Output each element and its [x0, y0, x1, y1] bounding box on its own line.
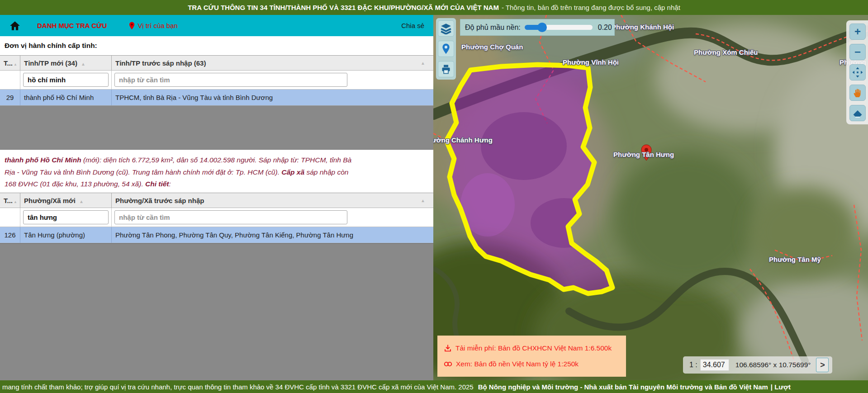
map-label-ward: Phường Tân Mỹ	[769, 256, 821, 263]
download-notice-box: Tải miễn phí: Bản đồ CHXHCN Việt Nam 1:6…	[437, 336, 626, 377]
opacity-slider-track[interactable]	[525, 25, 593, 30]
map-label-ward: Phường Vĩnh Hội	[563, 58, 619, 66]
province-new-filter-input[interactable]	[23, 73, 109, 87]
province-info-paragraph: thành phố Hồ Chí Minh (mới): diện tích 6…	[0, 150, 362, 193]
ward-filter-row	[0, 208, 433, 227]
nav-item-danh-muc-tra-cuu[interactable]: DANH MỤC TRA CỨU	[37, 22, 107, 29]
ward-row-old-names: Phường Tân Phong, Phường Tân Quy, Phường…	[112, 227, 433, 243]
province-filter-row	[0, 71, 433, 89]
sort-arrow-icon: ▲	[14, 200, 17, 204]
location-pin-icon	[441, 43, 451, 54]
ward-table: T...▲ Phường/Xã mới▲ Phường/Xã trước sáp…	[0, 193, 433, 243]
pan-button[interactable]	[849, 64, 866, 80]
info-province-name: thành phố Hồ Chí Minh	[5, 156, 81, 164]
province-row-new-name: thành phố Hồ Chí Minh	[20, 90, 112, 105]
pan-arrows-icon	[852, 67, 863, 78]
app-title: TRA CỨU THÔNG TIN 34 TỈNH/THÀNH PHỐ VÀ 3…	[188, 4, 499, 11]
layers-icon	[440, 23, 452, 34]
col-header-old-ward[interactable]: Phường/Xã trước sáp nhập▲	[112, 193, 433, 208]
home-icon[interactable]	[9, 20, 21, 32]
section-title-province: Đơn vị hành chính cấp tỉnh:	[0, 36, 433, 55]
download-icon	[444, 344, 452, 352]
nav-bar: DANH MỤC TRA CỨU Vị trí của bạn Chia sẻ	[0, 15, 433, 36]
sort-arrow-icon: ▲	[421, 61, 425, 66]
drag-hand-button[interactable]	[849, 85, 866, 101]
footer-visits: | Lượt	[771, 383, 791, 391]
print-button[interactable]	[438, 61, 454, 77]
scale-coordinate-bar: 1 : 106.68596° x 10.75699° >	[683, 356, 832, 374]
eraser-button[interactable]	[849, 105, 866, 121]
opacity-slider-panel: Độ phủ mầu nền: 0.20	[460, 19, 615, 36]
ward-old-filter-input[interactable]	[114, 210, 347, 224]
download-map-link[interactable]: Tải miễn phí: Bản đồ CHXHCN Việt Nam 1:6…	[444, 344, 620, 352]
map-tool-column	[436, 18, 456, 80]
col-header-new-province[interactable]: Tỉnh/TP mới (34)▲	[20, 56, 112, 70]
map-control-stack: + −	[846, 20, 868, 124]
scale-value-input[interactable]	[700, 359, 729, 371]
province-table: T...▲ Tỉnh/TP mới (34)▲ Tỉnh/TP trước sá…	[0, 55, 433, 106]
app-title-note: - Thông tin, bản đồ trên trang đang được…	[502, 4, 680, 11]
ward-row-id: 126	[0, 227, 20, 243]
opacity-slider-label: Độ phủ mầu nền:	[465, 24, 521, 32]
opacity-value: 0.20	[598, 24, 612, 32]
map-label-ward: Phường Chợ Quán	[461, 43, 523, 51]
col-header-id[interactable]: T...▲	[0, 56, 20, 70]
location-pin-icon	[128, 22, 135, 30]
print-icon	[441, 64, 451, 75]
hand-drag-icon	[852, 87, 863, 98]
col-header-id[interactable]: T...▲	[0, 193, 20, 208]
sort-arrow-icon: ▲	[14, 62, 17, 66]
sort-arrow-icon: ▲	[421, 198, 425, 203]
footer-bar: mang tính chất tham khảo; trợ giúp quí v…	[0, 380, 868, 393]
ward-table-header: T...▲ Phường/Xã mới▲ Phường/Xã trước sáp…	[0, 193, 433, 208]
cursor-coordinates: 106.68596° x 10.75699°	[735, 361, 811, 369]
app-title-bar: TRA CỨU THÔNG TIN 34 TỈNH/THÀNH PHỐ VÀ 3…	[0, 0, 868, 15]
ward-new-filter-input[interactable]	[23, 210, 109, 224]
footer-disclaimer: mang tính chất tham khảo; trợ giúp quí v…	[2, 383, 474, 391]
layers-button[interactable]	[438, 20, 454, 37]
share-button[interactable]: Chia sẻ	[401, 22, 424, 29]
view-link-label: Xem: Bản đồ nền Việt Nam tỷ lệ 1:250k	[456, 360, 579, 368]
province-row-id: 29	[0, 90, 20, 105]
map-label-ward: Phường Khánh Hội	[612, 23, 674, 31]
province-table-header: T...▲ Tỉnh/TP mới (34)▲ Tỉnh/TP trước sá…	[0, 56, 433, 71]
map-label-ward: Phường Tân Hưng	[613, 151, 674, 158]
province-old-filter-input[interactable]	[114, 73, 347, 87]
panel-spacer	[0, 243, 433, 380]
view-basemap-link[interactable]: Xem: Bản đồ nền Việt Nam tỷ lệ 1:250k	[444, 360, 620, 368]
eraser-icon	[852, 108, 863, 118]
zoom-out-button[interactable]: −	[849, 44, 866, 60]
map-label-ward: ường Chánh Hưng	[433, 136, 493, 144]
scale-expand-button[interactable]: >	[816, 358, 829, 372]
zoom-in-button[interactable]: +	[849, 24, 866, 40]
scale-prefix: 1 :	[689, 361, 697, 369]
lookup-panel: DANH MỤC TRA CỨU Vị trí của bạn Chia sẻ …	[0, 15, 433, 380]
satellite-map-image	[433, 15, 868, 380]
province-row-old-names: TPHCM, tỉnh Bà Rịa - Vũng Tàu và tỉnh Bì…	[112, 90, 433, 105]
map-canvas[interactable]: Phường Chợ Quán Phường Vĩnh Hội Phường K…	[433, 15, 868, 380]
filter-cell-empty	[0, 71, 20, 89]
nav-item-your-location[interactable]: Vị trí của bạn	[128, 22, 177, 30]
main-layout: DANH MỤC TRA CỨU Vị trí của bạn Chia sẻ …	[0, 15, 868, 380]
sort-arrow-icon: ▲	[81, 62, 85, 66]
nav-location-label: Vị trí của bạn	[138, 22, 177, 29]
province-table-row[interactable]: 29 thành phố Hồ Chí Minh TPHCM, tỉnh Bà …	[0, 89, 433, 105]
download-link-label: Tải miễn phí: Bản đồ CHXHCN Việt Nam 1:6…	[455, 344, 612, 352]
ward-table-row[interactable]: 126 Tân Hưng (phường) Phường Tân Phong, …	[0, 227, 433, 243]
filter-cell-empty	[0, 208, 20, 227]
panel-spacer	[0, 106, 433, 150]
sort-arrow-icon: ▲	[79, 199, 84, 204]
ward-row-new-name: Tân Hưng (phường)	[20, 227, 112, 243]
col-header-new-ward[interactable]: Phường/Xã mới▲	[20, 193, 112, 208]
locate-me-button[interactable]	[438, 41, 454, 57]
link-icon	[444, 360, 452, 368]
col-header-old-province[interactable]: Tỉnh/TP trước sáp nhập (63)▲	[112, 56, 433, 70]
opacity-slider-handle[interactable]	[537, 23, 547, 32]
footer-organization: Bộ Nông nghiệp và Môi trường - Nhà xuất …	[478, 383, 768, 391]
map-label-ward: Phường Xóm Chiếu	[694, 48, 758, 56]
